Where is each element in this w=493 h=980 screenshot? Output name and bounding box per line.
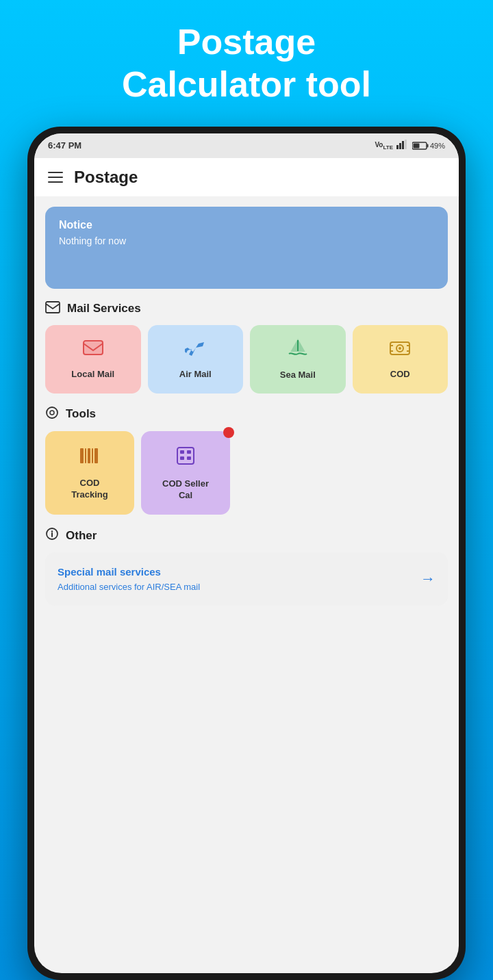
hamburger-menu-button[interactable]: [48, 172, 63, 183]
local-mail-icon: [82, 338, 104, 362]
status-bar: 6:47 PM VoLTE: [34, 133, 459, 158]
cod-tracking-card[interactable]: COD Tracking: [45, 431, 134, 515]
svg-rect-7: [46, 302, 60, 313]
other-section-icon: [45, 527, 59, 544]
cod-icon: [388, 338, 412, 362]
svg-point-19: [50, 411, 54, 415]
svg-point-13: [399, 347, 401, 350]
notice-card: Notice Nothing for now: [45, 207, 448, 289]
special-mail-info: Special mail services Additional service…: [58, 566, 200, 592]
sea-mail-label: Sea Mail: [280, 370, 316, 381]
other-header: Other: [45, 527, 448, 544]
arrow-right-icon: →: [420, 570, 435, 588]
air-mail-label: Air Mail: [179, 369, 212, 381]
svg-rect-21: [85, 448, 86, 463]
svg-rect-8: [84, 341, 103, 354]
cod-tracking-label: COD Tracking: [71, 478, 108, 501]
air-mail-card[interactable]: Air Mail: [148, 325, 244, 394]
phone-frame: 6:47 PM VoLTE: [27, 127, 466, 980]
svg-rect-2: [402, 141, 404, 149]
status-icons: VoLTE 49%: [375, 140, 445, 151]
svg-rect-27: [187, 450, 191, 454]
cod-label: COD: [390, 369, 410, 381]
tools-header: Tools: [45, 406, 448, 423]
svg-rect-0: [396, 145, 399, 149]
svg-rect-25: [177, 448, 194, 464]
app-title: Postage: [74, 168, 138, 187]
sea-mail-icon: [286, 337, 309, 363]
svg-rect-28: [180, 456, 184, 460]
svg-rect-5: [427, 144, 428, 147]
svg-rect-1: [399, 143, 401, 149]
svg-rect-23: [92, 448, 93, 463]
cod-seller-wrapper: COD Seller Cal: [141, 431, 230, 515]
svg-point-32: [51, 531, 53, 532]
cod-card[interactable]: COD: [353, 325, 448, 394]
mail-services-grid: Local Mail Air Mail: [45, 325, 448, 394]
tools-section-icon: [45, 406, 59, 423]
network-icon: VoLTE: [375, 141, 393, 151]
notice-title: Notice: [59, 219, 434, 231]
svg-point-18: [47, 407, 58, 418]
mail-services-label: Mail Services: [67, 302, 141, 315]
cod-seller-label: COD Seller Cal: [162, 478, 209, 502]
sea-mail-card[interactable]: Sea Mail: [250, 325, 346, 394]
mail-section-icon: [45, 301, 60, 317]
mail-services-header: Mail Services: [45, 301, 448, 317]
hero-title: Postage Calculator tool: [94, 21, 399, 106]
tools-grid: COD Tracking: [45, 431, 448, 515]
notice-body: Nothing for now: [59, 235, 434, 246]
tools-label: Tools: [66, 407, 96, 421]
svg-rect-22: [88, 448, 90, 463]
local-mail-label: Local Mail: [71, 369, 114, 381]
battery-pct: 49%: [430, 142, 445, 150]
battery-icon: 49%: [412, 142, 445, 150]
svg-rect-3: [405, 140, 407, 149]
signal-icon: [396, 140, 409, 151]
notification-dot: [223, 427, 234, 438]
svg-rect-20: [80, 448, 84, 463]
air-mail-icon: [184, 338, 207, 362]
special-mail-card[interactable]: Special mail services Additional service…: [45, 552, 448, 606]
svg-rect-24: [94, 448, 98, 463]
local-mail-card[interactable]: Local Mail: [45, 325, 141, 394]
other-label: Other: [66, 529, 97, 543]
svg-rect-6: [413, 143, 419, 148]
cod-seller-card[interactable]: COD Seller Cal: [141, 431, 230, 515]
main-content: Notice Nothing for now Mail Services: [34, 197, 459, 973]
cod-seller-icon: [175, 445, 197, 472]
svg-rect-26: [180, 450, 184, 454]
special-mail-subtitle: Additional services for AIR/SEA mail: [58, 582, 200, 592]
special-mail-title: Special mail services: [58, 566, 200, 578]
svg-rect-29: [187, 456, 191, 460]
cod-tracking-icon: [78, 446, 101, 471]
phone-screen: 6:47 PM VoLTE: [34, 133, 459, 973]
top-bar: Postage: [34, 158, 459, 197]
status-time: 6:47 PM: [48, 140, 81, 151]
